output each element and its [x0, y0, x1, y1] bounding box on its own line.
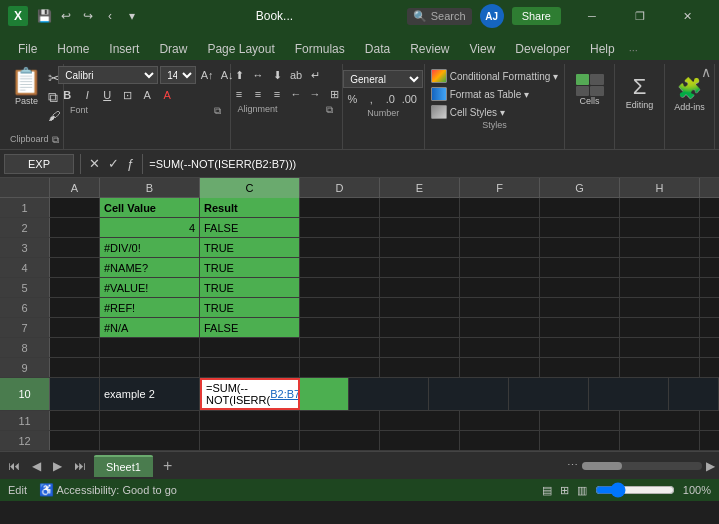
formula-input[interactable]	[149, 158, 715, 170]
cell-i12[interactable]	[700, 431, 719, 450]
cell-c8[interactable]	[200, 338, 300, 357]
font-expand-button[interactable]: ⧉	[211, 104, 224, 118]
cell-a5[interactable]	[50, 278, 100, 297]
cell-g9[interactable]	[540, 358, 620, 377]
name-box[interactable]	[4, 154, 74, 174]
cell-f9[interactable]	[460, 358, 540, 377]
cell-b7[interactable]: #N/A	[100, 318, 200, 337]
cell-b10[interactable]: example 2	[100, 378, 200, 410]
cell-d7[interactable]	[300, 318, 380, 337]
cell-b6[interactable]: #REF!	[100, 298, 200, 317]
cell-i10[interactable]	[669, 378, 719, 410]
cell-f3[interactable]	[460, 238, 540, 257]
view-page-layout-button[interactable]: ⊞	[560, 484, 569, 497]
cell-a10[interactable]	[50, 378, 100, 410]
tab-formulas[interactable]: Formulas	[285, 38, 355, 60]
sheet-nav-next-button[interactable]: ▶	[49, 457, 66, 475]
cell-h6[interactable]	[620, 298, 700, 317]
cell-b2[interactable]: 4	[100, 218, 200, 237]
cell-a7[interactable]	[50, 318, 100, 337]
cell-d12[interactable]	[300, 431, 380, 450]
underline-button[interactable]: U	[98, 86, 116, 104]
align-middle-button[interactable]: ↔	[249, 66, 267, 84]
collapse-ribbon-button[interactable]: ∧	[701, 64, 711, 80]
minimize-button[interactable]: ─	[569, 0, 615, 32]
cell-f10[interactable]	[429, 378, 509, 410]
align-left-button[interactable]: ≡	[230, 85, 248, 103]
sheet-nav-first-button[interactable]: ⏮	[4, 457, 24, 475]
view-page-break-button[interactable]: ▥	[577, 484, 587, 497]
cell-d9[interactable]	[300, 358, 380, 377]
more-tabs-button[interactable]: ···	[625, 40, 642, 60]
tab-developer[interactable]: Developer	[505, 38, 580, 60]
cell-c7[interactable]: FALSE	[200, 318, 300, 337]
cell-i7[interactable]	[700, 318, 719, 337]
cell-e12[interactable]	[380, 431, 460, 450]
cell-c12[interactable]	[200, 431, 300, 450]
row-number-5[interactable]: 5	[0, 278, 50, 297]
cell-b11[interactable]	[100, 411, 200, 430]
paste-button[interactable]: 📋 Paste	[6, 66, 46, 108]
tab-help[interactable]: Help	[580, 38, 625, 60]
cell-e10[interactable]	[349, 378, 429, 410]
cell-g8[interactable]	[540, 338, 620, 357]
cell-b9[interactable]	[100, 358, 200, 377]
percent-button[interactable]: %	[343, 90, 361, 108]
addins-button[interactable]: 🧩	[677, 76, 702, 100]
tab-draw[interactable]: Draw	[149, 38, 197, 60]
cell-e1[interactable]	[380, 198, 460, 217]
cell-g12[interactable]	[540, 431, 620, 450]
row-number-12[interactable]: 12	[0, 431, 50, 450]
cell-b12[interactable]	[100, 431, 200, 450]
back-qa-button[interactable]: ‹	[100, 6, 120, 26]
cell-h10[interactable]	[589, 378, 669, 410]
cell-f8[interactable]	[460, 338, 540, 357]
format-painter-button[interactable]: 🖌	[48, 109, 60, 123]
close-button[interactable]: ✕	[665, 0, 711, 32]
cell-e9[interactable]	[380, 358, 460, 377]
cell-h9[interactable]	[620, 358, 700, 377]
row-number-3[interactable]: 3	[0, 238, 50, 257]
increase-font-size-button[interactable]: A↑	[198, 66, 216, 84]
cell-e2[interactable]	[380, 218, 460, 237]
row-number-10[interactable]: 10	[0, 378, 50, 410]
cell-f1[interactable]	[460, 198, 540, 217]
cell-g5[interactable]	[540, 278, 620, 297]
restore-button[interactable]: ❐	[617, 0, 663, 32]
cell-b4[interactable]: #NAME?	[100, 258, 200, 277]
cell-d8[interactable]	[300, 338, 380, 357]
cell-a1[interactable]	[50, 198, 100, 217]
format-as-table-button[interactable]: Format as Table ▾	[427, 86, 563, 102]
align-top-button[interactable]: ⬆	[230, 66, 248, 84]
wrap-text-button[interactable]: ↵	[306, 66, 324, 84]
cell-d11[interactable]	[300, 411, 380, 430]
cell-e3[interactable]	[380, 238, 460, 257]
cell-i9[interactable]	[700, 358, 719, 377]
autosum-button[interactable]: Σ Editing	[620, 70, 660, 114]
bold-button[interactable]: B	[58, 86, 76, 104]
conditional-formatting-button[interactable]: Conditional Formatting ▾	[427, 68, 563, 84]
row-number-8[interactable]: 8	[0, 338, 50, 357]
cell-f6[interactable]	[460, 298, 540, 317]
horizontal-scrollbar-thumb[interactable]	[582, 462, 622, 470]
cell-a9[interactable]	[50, 358, 100, 377]
cell-styles-button[interactable]: Cell Styles ▾	[427, 104, 563, 120]
font-name-select[interactable]: Calibri	[58, 66, 158, 84]
cell-f5[interactable]	[460, 278, 540, 297]
cell-d10[interactable]	[300, 378, 349, 410]
cell-e11[interactable]	[380, 411, 460, 430]
cell-b5[interactable]: #VALUE!	[100, 278, 200, 297]
horizontal-scrollbar-track[interactable]	[582, 462, 702, 470]
row-number-2[interactable]: 2	[0, 218, 50, 237]
cell-a11[interactable]	[50, 411, 100, 430]
cell-d3[interactable]	[300, 238, 380, 257]
align-center-button[interactable]: ≡	[249, 85, 267, 103]
cell-i1[interactable]	[700, 198, 719, 217]
row-number-7[interactable]: 7	[0, 318, 50, 337]
cell-g11[interactable]	[540, 411, 620, 430]
cell-c5[interactable]: TRUE	[200, 278, 300, 297]
decrease-indent-button[interactable]: ←	[287, 85, 305, 103]
cell-c4[interactable]: TRUE	[200, 258, 300, 277]
cell-g6[interactable]	[540, 298, 620, 317]
merge-button[interactable]: ⊞	[325, 85, 343, 103]
